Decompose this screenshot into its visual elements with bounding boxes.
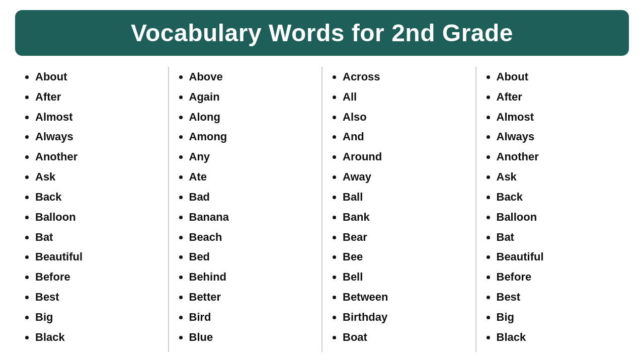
list-item: Almost [35,107,158,127]
list-item: Blue [189,327,312,347]
list-item: About [497,67,619,87]
list-item: Always [35,127,158,147]
list-item: Bat [35,227,158,247]
word-column-2: AboveAgainAlongAmongAnyAteBadBananaBeach… [169,67,323,352]
word-list-4: AboutAfterAlmostAlwaysAnotherAskBackBall… [487,67,619,347]
list-item: Before [497,267,619,287]
list-item: Big [497,307,619,327]
list-item: Bed [189,247,312,267]
list-item: Ask [35,167,158,187]
list-item: Banana [189,207,312,227]
page-container: Vocabulary Words for 2nd Grade AboutAfte… [0,0,644,362]
list-item: About [35,67,158,87]
list-item: Beautiful [35,247,158,267]
list-item: Also [343,107,465,127]
list-item: Beach [189,227,312,247]
list-item: Bank [343,207,465,227]
word-column-4: AboutAfterAlmostAlwaysAnotherAskBackBall… [476,67,629,352]
list-item: Balloon [497,207,619,227]
list-item: Among [189,127,312,147]
list-item: After [497,87,619,107]
list-item: Along [189,107,312,127]
list-item: After [35,87,158,107]
list-item: Bird [189,307,312,327]
list-item: Bat [497,227,619,247]
list-item: Beautiful [497,247,619,267]
list-item: Bear [343,227,465,247]
list-item: Boat [343,327,465,347]
list-item: Bell [343,267,465,287]
list-item: Another [35,147,158,167]
list-item: Above [189,67,312,87]
list-item: Another [497,147,619,167]
list-item: Around [343,147,465,167]
list-item: And [343,127,465,147]
word-column-1: AboutAfterAlmostAlwaysAnotherAskBackBall… [15,67,169,352]
list-item: Ate [189,167,312,187]
list-item: Black [35,327,158,347]
list-item: Birthday [343,307,465,327]
list-item: Best [497,287,619,307]
word-list-3: AcrossAllAlsoAndAroundAwayBallBankBearBe… [333,67,465,347]
columns-container: AboutAfterAlmostAlwaysAnotherAskBackBall… [15,67,629,352]
list-item: Back [35,187,158,207]
list-item: Black [497,327,619,347]
list-item: Bee [343,247,465,267]
list-item: All [343,87,465,107]
list-item: Bad [189,187,312,207]
word-list-1: AboutAfterAlmostAlwaysAnotherAskBackBall… [25,67,158,347]
word-list-2: AboveAgainAlongAmongAnyAteBadBananaBeach… [179,67,312,347]
list-item: Big [35,307,158,327]
page-title: Vocabulary Words for 2nd Grade [30,19,614,47]
list-item: Away [343,167,465,187]
word-column-3: AcrossAllAlsoAndAroundAwayBallBankBearBe… [323,67,476,352]
list-item: Any [189,147,312,167]
title-banner: Vocabulary Words for 2nd Grade [15,10,629,56]
list-item: Back [497,187,619,207]
list-item: Ball [343,187,465,207]
list-item: Before [35,267,158,287]
list-item: Almost [497,107,619,127]
list-item: Better [189,287,312,307]
list-item: Between [343,287,465,307]
list-item: Always [497,127,619,147]
list-item: Best [35,287,158,307]
list-item: Behind [189,267,312,287]
list-item: Balloon [35,207,158,227]
list-item: Across [343,67,465,87]
list-item: Ask [497,167,619,187]
list-item: Again [189,87,312,107]
